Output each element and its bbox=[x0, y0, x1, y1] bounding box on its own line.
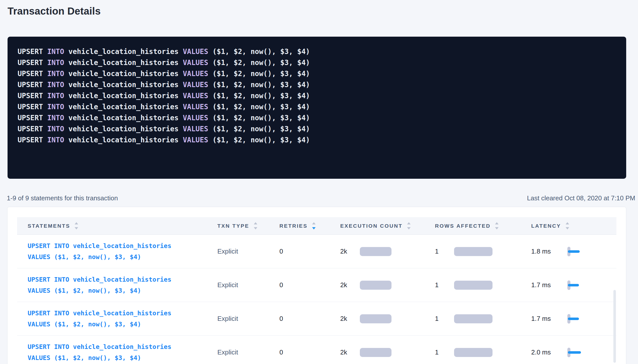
retries-value: 0 bbox=[279, 281, 340, 289]
execution-count-value: 2k bbox=[340, 248, 360, 255]
execution-count-cell: 2k bbox=[340, 314, 435, 323]
latency-value: 1.7 ms bbox=[531, 281, 567, 289]
execution-count-cell: 2k bbox=[340, 281, 435, 290]
rows-affected-value: 1 bbox=[435, 315, 454, 323]
statement-link[interactable]: UPSERT INTO vehicle_location_historiesVA… bbox=[28, 308, 217, 330]
sql-code-line: UPSERT INTO vehicle_location_histories V… bbox=[18, 68, 616, 79]
statements-table-body: UPSERT INTO vehicle_location_historiesVA… bbox=[17, 235, 616, 364]
sort-arrows-icon[interactable] bbox=[495, 222, 499, 229]
statements-table-card: STATEMENTS TXN TYPE RETRIES EXECUTION CO… bbox=[8, 207, 626, 364]
latency-bar bbox=[568, 318, 579, 320]
vertical-scrollbar-thumb[interactable] bbox=[613, 290, 616, 363]
latency-bar-chart bbox=[567, 280, 570, 290]
column-header-statements[interactable]: STATEMENTS bbox=[17, 222, 217, 229]
txn-type-value: Explicit bbox=[217, 248, 279, 255]
rows-affected-cell: 1 bbox=[435, 247, 531, 256]
latency-cell: 2.0 ms bbox=[531, 348, 616, 357]
sort-arrows-icon[interactable] bbox=[312, 222, 316, 229]
table-row: UPSERT INTO vehicle_location_historiesVA… bbox=[17, 268, 616, 302]
statement-cell: UPSERT INTO vehicle_location_historiesVA… bbox=[17, 341, 217, 363]
column-label-latency: LATENCY bbox=[531, 223, 561, 229]
sql-code-line: UPSERT INTO vehicle_location_histories V… bbox=[18, 124, 616, 135]
column-label-retries: RETRIES bbox=[279, 223, 308, 229]
last-cleared-timestamp: Last cleared Oct 08, 2020 at 7:10 PM bbox=[527, 194, 635, 202]
latency-bar bbox=[568, 284, 579, 286]
latency-value: 2.0 ms bbox=[531, 348, 567, 356]
rows-affected-bar bbox=[454, 314, 493, 323]
column-label-txn-type: TXN TYPE bbox=[217, 223, 249, 229]
statement-link[interactable]: UPSERT INTO vehicle_location_historiesVA… bbox=[28, 341, 217, 363]
statement-link-line: VALUES ($1, $2, now(), $3, $4) bbox=[28, 352, 217, 363]
table-header-row: STATEMENTS TXN TYPE RETRIES EXECUTION CO… bbox=[17, 217, 616, 235]
execution-count-bar bbox=[360, 281, 391, 290]
execution-count-value: 2k bbox=[340, 281, 360, 289]
statement-cell: UPSERT INTO vehicle_location_historiesVA… bbox=[17, 308, 217, 330]
sql-code-line: UPSERT INTO vehicle_location_histories V… bbox=[18, 90, 616, 101]
column-header-txn-type[interactable]: TXN TYPE bbox=[217, 222, 279, 229]
page-title: Transaction Details bbox=[8, 5, 638, 17]
statement-link[interactable]: UPSERT INTO vehicle_location_historiesVA… bbox=[28, 274, 217, 296]
sort-arrows-icon[interactable] bbox=[407, 222, 411, 229]
sort-arrows-icon[interactable] bbox=[254, 222, 257, 229]
rows-affected-bar bbox=[454, 247, 493, 256]
execution-count-bar bbox=[360, 348, 391, 357]
latency-cell: 1.7 ms bbox=[531, 280, 616, 290]
rows-affected-cell: 1 bbox=[435, 314, 531, 323]
retries-value: 0 bbox=[279, 348, 340, 356]
sql-code-line: UPSERT INTO vehicle_location_histories V… bbox=[18, 79, 616, 90]
column-header-retries[interactable]: RETRIES bbox=[279, 222, 340, 229]
sql-code-line: UPSERT INTO vehicle_location_histories V… bbox=[18, 112, 616, 124]
column-label-execution-count: EXECUTION COUNT bbox=[340, 223, 403, 229]
retries-value: 0 bbox=[279, 248, 340, 255]
execution-count-bar bbox=[360, 314, 391, 323]
statement-link[interactable]: UPSERT INTO vehicle_location_historiesVA… bbox=[28, 240, 217, 263]
txn-type-value: Explicit bbox=[217, 281, 279, 289]
sql-code-line: UPSERT INTO vehicle_location_histories V… bbox=[18, 135, 616, 146]
txn-type-value: Explicit bbox=[217, 315, 279, 323]
statement-link-line: UPSERT INTO vehicle_location_histories bbox=[28, 274, 217, 285]
latency-bar-chart bbox=[567, 314, 570, 324]
latency-value: 1.8 ms bbox=[531, 248, 567, 255]
rows-affected-value: 1 bbox=[435, 281, 454, 289]
latency-cell: 1.7 ms bbox=[531, 314, 616, 324]
column-header-latency[interactable]: LATENCY bbox=[531, 222, 616, 229]
table-row: UPSERT INTO vehicle_location_historiesVA… bbox=[17, 235, 616, 268]
statements-count-summary: 1-9 of 9 statements for this transaction bbox=[7, 194, 118, 202]
execution-count-bar bbox=[360, 247, 391, 256]
rows-affected-value: 1 bbox=[435, 248, 454, 255]
execution-count-cell: 2k bbox=[340, 247, 435, 256]
execution-count-value: 2k bbox=[340, 348, 360, 356]
latency-cell: 1.8 ms bbox=[531, 247, 616, 256]
sort-arrows-icon[interactable] bbox=[566, 222, 569, 229]
statement-link-line: VALUES ($1, $2, now(), $3, $4) bbox=[28, 319, 217, 330]
rows-affected-cell: 1 bbox=[435, 281, 531, 290]
latency-bar-chart bbox=[567, 247, 570, 256]
sql-code-line: UPSERT INTO vehicle_location_histories V… bbox=[18, 57, 616, 68]
sort-arrows-icon[interactable] bbox=[75, 222, 78, 229]
statement-link-line: UPSERT INTO vehicle_location_histories bbox=[28, 308, 217, 319]
sql-code-line: UPSERT INTO vehicle_location_histories V… bbox=[18, 101, 616, 112]
transaction-details-page: Transaction Details UPSERT INTO vehicle_… bbox=[0, 5, 638, 364]
transaction-sql-code-block: UPSERT INTO vehicle_location_histories V… bbox=[8, 37, 626, 179]
statement-link-line: UPSERT INTO vehicle_location_histories bbox=[28, 240, 217, 252]
txn-type-value: Explicit bbox=[217, 348, 279, 356]
statement-link-line: UPSERT INTO vehicle_location_histories bbox=[28, 341, 217, 352]
latency-bar-chart bbox=[567, 348, 570, 357]
latency-value: 1.7 ms bbox=[531, 315, 567, 323]
rows-affected-bar bbox=[454, 281, 493, 290]
statement-cell: UPSERT INTO vehicle_location_historiesVA… bbox=[17, 240, 217, 263]
column-header-execution-count[interactable]: EXECUTION COUNT bbox=[340, 222, 435, 229]
table-row: UPSERT INTO vehicle_location_historiesVA… bbox=[17, 302, 616, 336]
execution-count-cell: 2k bbox=[340, 348, 435, 357]
statement-link-line: VALUES ($1, $2, now(), $3, $4) bbox=[28, 285, 217, 296]
rows-affected-cell: 1 bbox=[435, 348, 531, 357]
execution-count-value: 2k bbox=[340, 315, 360, 323]
sql-code-line: UPSERT INTO vehicle_location_histories V… bbox=[18, 46, 616, 57]
statement-link-line: VALUES ($1, $2, now(), $3, $4) bbox=[28, 252, 217, 263]
rows-affected-bar bbox=[454, 348, 493, 357]
column-header-rows-affected[interactable]: ROWS AFFECTED bbox=[435, 222, 531, 229]
rows-affected-value: 1 bbox=[435, 348, 454, 356]
retries-value: 0 bbox=[279, 315, 340, 323]
latency-bar bbox=[568, 351, 581, 354]
statements-summary-row: 1-9 of 9 statements for this transaction… bbox=[7, 194, 635, 202]
